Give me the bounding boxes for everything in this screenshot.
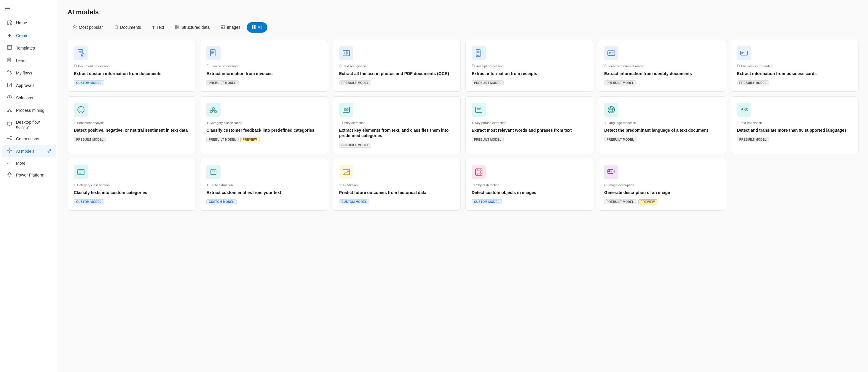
card-title: Detect custom objects in images — [472, 190, 587, 195]
card-badges: CUSTOM MODEL — [206, 198, 322, 204]
text-icon: T — [152, 25, 155, 30]
create-icon: + — [6, 32, 12, 38]
sidebar-item-my-flows[interactable]: My flows — [2, 67, 56, 79]
svg-rect-34 — [252, 27, 253, 29]
sidebar-item-learn[interactable]: Learn — [2, 55, 56, 66]
cards-grid: Document processing Extract custom infor… — [68, 40, 859, 211]
sidebar-item-create[interactable]: + Create — [2, 29, 56, 41]
svg-point-22 — [9, 149, 10, 149]
card-title: Extract custom information from document… — [74, 71, 189, 76]
card-identity-document[interactable]: Identity document reader Extract informa… — [598, 40, 726, 92]
card-icon-wrapper — [339, 165, 353, 179]
card-category-icon: T — [74, 183, 76, 187]
card-badge: PREBUILT MODEL — [472, 137, 504, 142]
card-category-label: Sentiment analysis — [77, 121, 104, 124]
svg-point-24 — [7, 150, 8, 151]
svg-rect-3 — [7, 46, 11, 50]
card-badges: PREBUILT MODELPREVIEW — [604, 198, 719, 204]
card-title: Extract information from identity docume… — [604, 71, 719, 76]
card-object-detection[interactable]: Object detection Detect custom objects i… — [465, 159, 593, 211]
card-category-label: Business card reader — [741, 64, 772, 68]
sidebar-item-process-mining[interactable]: Process mining — [2, 105, 56, 116]
svg-rect-85 — [475, 169, 482, 175]
sidebar-item-ai-models[interactable]: AI models — [2, 145, 56, 157]
card-custom-entity[interactable]: T Entity extraction Extract custom entit… — [200, 159, 328, 211]
card-category: T Category classification — [206, 121, 322, 124]
svg-rect-0 — [5, 7, 10, 7]
sidebar-item-desktop-flow[interactable]: Desktop flow activity — [2, 117, 56, 132]
sidebar-item-power-platform[interactable]: Power Platform — [2, 169, 56, 181]
svg-rect-1 — [5, 8, 10, 9]
card-category-label: Identity document reader — [608, 64, 645, 68]
card-entity-extraction[interactable]: T Entity extraction Extract key elements… — [333, 96, 461, 154]
documents-icon — [114, 25, 118, 30]
card-category-label: Text translation — [740, 121, 762, 124]
connections-icon — [6, 136, 12, 142]
sidebar-item-solutions[interactable]: Solutions — [2, 92, 56, 104]
card-category-classification[interactable]: T Category classification Classify custo… — [200, 96, 328, 154]
tab-text[interactable]: T Text — [147, 22, 169, 32]
card-invoice-processing[interactable]: Invoice processing Extract information f… — [200, 40, 328, 92]
card-icon-wrapper — [74, 165, 88, 179]
sidebar-item-home[interactable]: Home — [2, 17, 56, 29]
hamburger-icon[interactable] — [0, 2, 58, 16]
card-category-label: Image description — [608, 183, 634, 187]
card-receipt-processing[interactable]: Receipt processing Extract information f… — [465, 40, 593, 92]
card-business-card[interactable]: Business card reader Extract information… — [731, 40, 859, 92]
sidebar-label-home: Home — [16, 21, 27, 25]
ai-models-icon — [6, 148, 12, 154]
card-sentiment-analysis[interactable]: T Sentiment analysis Detect positive, ne… — [68, 96, 195, 154]
card-badges: PREBUILT MODEL — [206, 79, 322, 85]
card-title: Extract information from invoices — [206, 71, 322, 76]
sidebar-item-templates[interactable]: Templates — [2, 42, 56, 54]
card-badge: CUSTOM MODEL — [74, 80, 104, 85]
card-category-label: Entity extraction — [210, 183, 233, 187]
card-title: Predict future outcomes from historical … — [339, 190, 455, 195]
card-document-processing[interactable]: Document processing Extract custom infor… — [68, 40, 195, 92]
svg-rect-81 — [343, 169, 349, 175]
tab-images[interactable]: Images — [216, 22, 245, 33]
card-badge: PREBUILT MODEL — [604, 199, 636, 204]
card-badges: CUSTOM MODEL — [339, 198, 455, 204]
card-title: Classify texts into custom categories — [74, 190, 189, 195]
card-text-translation[interactable]: A文 T Text translation Detect and transla… — [731, 96, 859, 154]
card-custom-category[interactable]: T Category classification Classify texts… — [68, 159, 195, 211]
sidebar-label-desktop-flow: Desktop flow activity — [16, 120, 51, 129]
card-badges: PREBUILT MODEL — [339, 142, 455, 148]
card-category-label: Category classification — [210, 121, 242, 124]
main-content: AI models Most popular Documents T Text … — [58, 0, 868, 372]
sidebar-item-connections[interactable]: Connections — [2, 133, 56, 145]
card-icon-wrapper — [604, 46, 618, 60]
sidebar-label-connections: Connections — [16, 137, 39, 141]
card-title: Classify customer feedback into predefin… — [206, 127, 322, 133]
card-prediction[interactable]: Prediction Predict future outcomes from … — [333, 159, 461, 211]
card-badge: CUSTOM MODEL — [339, 199, 369, 204]
card-badge: PREBUILT MODEL — [206, 80, 238, 85]
card-icon-wrapper — [472, 46, 486, 60]
card-icon-wrapper — [74, 46, 88, 60]
templates-icon — [6, 45, 12, 51]
tab-documents[interactable]: Documents — [109, 22, 146, 33]
card-badges: PREBUILT MODEL — [472, 136, 587, 142]
card-image-description[interactable]: Image description Generate description o… — [598, 159, 726, 211]
process-mining-icon — [6, 107, 12, 113]
tab-structured-data[interactable]: Structured data — [170, 22, 215, 33]
svg-point-20 — [10, 139, 11, 140]
tab-all[interactable]: All — [247, 22, 268, 33]
card-icon-wrapper — [472, 103, 486, 117]
sidebar-label-my-flows: My flows — [16, 70, 32, 75]
sidebar-item-more[interactable]: ··· More — [2, 158, 56, 169]
svg-rect-86 — [477, 171, 480, 174]
card-language-detection[interactable]: T Language detection Detect the predomin… — [598, 96, 726, 154]
card-key-phrase[interactable]: T Key phrase extraction Extract most rel… — [465, 96, 593, 154]
card-badge: CUSTOM MODEL — [74, 199, 104, 204]
sidebar-item-approvals[interactable]: Approvals — [2, 80, 56, 91]
card-badges: PREBUILT MODEL — [339, 79, 455, 85]
card-icon-wrapper — [339, 46, 353, 60]
pin-icon — [48, 149, 51, 154]
tab-most-popular[interactable]: Most popular — [68, 22, 108, 33]
card-text-recognition[interactable]: Text recognition Extract all the text in… — [333, 40, 461, 92]
card-badge: PREBUILT MODEL — [74, 137, 106, 142]
svg-rect-26 — [176, 25, 179, 29]
svg-rect-2 — [5, 10, 10, 11]
